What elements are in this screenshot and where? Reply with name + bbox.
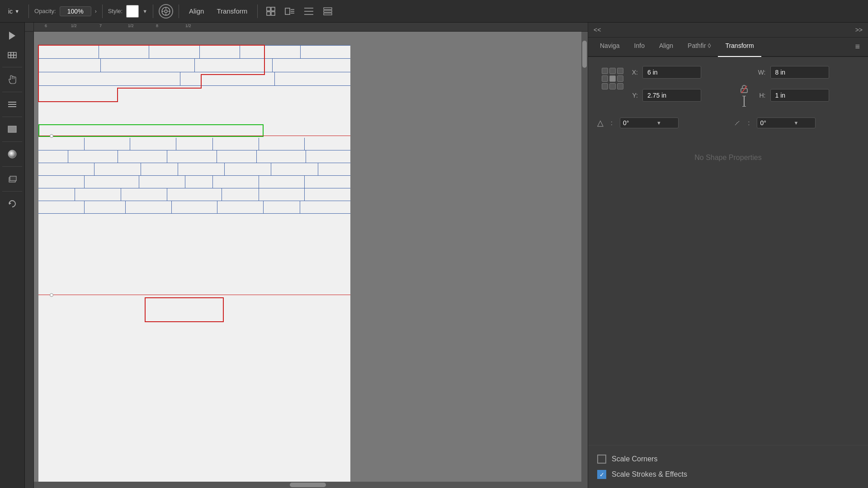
tab-info[interactable]: Info (627, 38, 652, 57)
style-dropdown-icon[interactable]: ▼ (142, 9, 147, 14)
vertical-scrollbar[interactable] (581, 32, 588, 488)
ref-dot-br[interactable] (617, 83, 623, 89)
main-area: 6 1/2 7 1/2 8 1/2 (0, 23, 868, 488)
main-brick-row-2 (38, 150, 350, 163)
mode-selector[interactable]: ic ▼ (5, 6, 23, 17)
svg-point-31 (8, 150, 16, 158)
transform-btn[interactable]: Transform (212, 5, 252, 17)
reference-grid-container (597, 68, 623, 89)
style-color-box[interactable] (126, 5, 139, 18)
rotation-symbol: △ (597, 118, 604, 128)
brick-section-main (38, 138, 350, 214)
transform-icon-2[interactable] (282, 4, 297, 19)
ref-dot-mr[interactable] (617, 75, 623, 82)
main-brick-row-3 (38, 163, 350, 176)
scale-corners-label: Scale Corners (612, 455, 657, 463)
main-brick-row-6 (38, 201, 350, 214)
ref-dot-ml[interactable] (602, 75, 608, 82)
scale-strokes-label: Scale Strokes & Effects (612, 470, 687, 479)
scale-strokes-row[interactable]: Scale Strokes & Effects (597, 470, 859, 479)
lock-area (735, 84, 753, 107)
coords-section: X: W: Y: (597, 66, 859, 107)
ruler-tick-1-2-2: 1/2 (128, 23, 134, 28)
w-field: W: (757, 66, 859, 79)
list-icon[interactable] (320, 4, 335, 19)
distribute-icon[interactable] (301, 4, 316, 19)
hand-tool[interactable] (4, 71, 21, 88)
scale-strokes-checkbox[interactable] (597, 470, 606, 479)
ref-dot-tc[interactable] (609, 68, 616, 74)
scale-corners-checkbox[interactable] (597, 455, 606, 464)
rotation-dropdown[interactable]: ▼ (656, 120, 661, 126)
svg-rect-6 (267, 7, 270, 11)
arrow-tool[interactable] (4, 27, 21, 44)
y-input[interactable] (642, 89, 701, 102)
gradient-tool[interactable] (4, 145, 21, 163)
panel-tabs: Naviga Info Align Pathfir ◊ Transform ≡ (588, 38, 868, 57)
w-input[interactable] (770, 66, 829, 79)
shear-dropdown[interactable]: ▼ (793, 120, 798, 126)
collapse-left-btn[interactable]: << (594, 26, 601, 33)
opacity-input[interactable] (60, 6, 91, 16)
ref-dot-tl[interactable] (602, 68, 608, 74)
green-selection-box (38, 124, 264, 137)
rectangle-tool[interactable] (4, 121, 21, 138)
shear-input[interactable] (760, 119, 792, 127)
h-field: H: (757, 89, 859, 102)
svg-rect-24 (11, 55, 14, 58)
horizontal-scrollbar[interactable] (34, 482, 581, 488)
rotation-input[interactable] (623, 119, 655, 127)
tab-align[interactable]: Align (652, 38, 680, 57)
ref-dot-bl[interactable] (602, 83, 608, 89)
coord-inputs-container: X: W: Y: (629, 66, 859, 107)
selection-line-top (38, 136, 350, 136)
lock-icon[interactable] (739, 84, 750, 95)
opacity-arrow[interactable]: › (95, 8, 97, 14)
ruler-tick-1-2-1: 1/2 (71, 23, 77, 28)
sel-handle-1[interactable] (50, 134, 53, 138)
ref-dot-bc[interactable] (609, 83, 616, 89)
x-input[interactable] (642, 66, 701, 79)
tab-transform[interactable]: Transform (718, 38, 761, 57)
yh-row: Y: (629, 84, 859, 107)
sel-handle-2[interactable] (50, 293, 53, 297)
brick-section-top (38, 45, 350, 86)
svg-rect-30 (8, 126, 16, 132)
collapse-right-btn[interactable]: >> (855, 26, 863, 33)
separator-1 (28, 5, 29, 18)
scale-corners-row[interactable]: Scale Corners (597, 455, 859, 464)
style-label: Style: (108, 8, 123, 14)
rotation-field: △ : ▼ (597, 117, 724, 128)
align-btn[interactable]: Align (184, 5, 208, 17)
svg-rect-26 (14, 55, 16, 58)
h-scrollbar-thumb[interactable] (290, 483, 326, 487)
y-field: Y: (629, 89, 731, 102)
main-brick-row-5 (38, 188, 350, 201)
wheel-icon[interactable] (159, 4, 173, 19)
ref-dot-mc[interactable] (609, 75, 616, 82)
h-input[interactable] (770, 89, 829, 102)
select-tool[interactable] (4, 46, 21, 63)
mode-label: ic (8, 8, 13, 15)
brick-row-2 (38, 59, 350, 72)
svg-rect-33 (10, 176, 16, 181)
lines-tool[interactable] (4, 96, 21, 113)
transform-icon-1[interactable] (263, 4, 278, 19)
tab-pathfinder[interactable]: Pathfir ◊ (680, 38, 718, 57)
sidebar-divider-5 (2, 166, 22, 167)
svg-rect-22 (11, 52, 14, 55)
ref-dot-tr[interactable] (617, 68, 623, 74)
red-rect-bottom (145, 297, 224, 322)
layers-tool[interactable] (4, 170, 21, 188)
tab-navigate[interactable]: Naviga (593, 38, 627, 57)
canvas-area[interactable]: 6 1/2 7 1/2 8 1/2 (25, 23, 588, 488)
separator-5 (257, 5, 258, 18)
panel-menu-icon[interactable]: ≡ (851, 38, 863, 56)
svg-rect-8 (267, 12, 270, 15)
mode-dropdown-icon[interactable]: ▼ (14, 9, 19, 14)
main-brick-row-1 (38, 138, 350, 150)
refresh-tool[interactable] (4, 195, 21, 212)
panel-arrows: << >> (588, 23, 868, 38)
scrollbar-thumb[interactable] (582, 41, 587, 68)
design-area (38, 45, 350, 483)
